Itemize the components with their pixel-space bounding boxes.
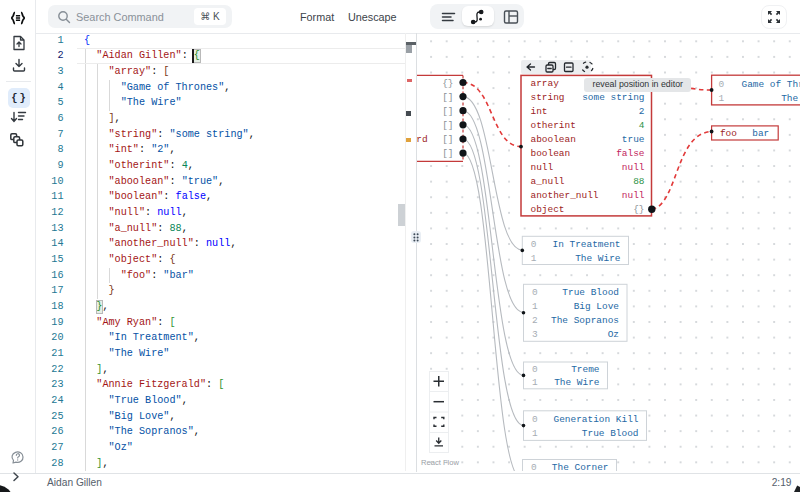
svg-text:Generation Kill: Generation Kill xyxy=(553,414,638,425)
svg-text:[]: [] xyxy=(442,106,453,117)
svg-text:string: string xyxy=(530,92,564,103)
svg-text:some string: some string xyxy=(582,92,644,103)
svg-text:[]: [] xyxy=(442,120,453,131)
svg-text:array: array xyxy=(530,78,559,89)
svg-text:The Wire: The Wire xyxy=(554,377,600,388)
svg-text:true: true xyxy=(621,134,644,145)
svg-text:bar: bar xyxy=(752,128,769,139)
svg-text:Oz: Oz xyxy=(607,329,618,340)
svg-text:Big Love: Big Love xyxy=(573,301,619,312)
svg-text:1: 1 xyxy=(532,428,538,439)
svg-text:2: 2 xyxy=(532,315,538,326)
svg-text:Alexander Skarsgård: Alexander Skarsgård xyxy=(417,134,428,145)
svg-text:0: 0 xyxy=(531,462,537,471)
svg-text:The Wire: The Wire xyxy=(575,253,621,264)
svg-text:otherint: otherint xyxy=(530,120,575,131)
svg-text:The Sopranos: The Sopranos xyxy=(551,315,619,326)
svg-text:88: 88 xyxy=(633,176,645,187)
svg-text:false: false xyxy=(616,148,645,159)
svg-text:foo: foo xyxy=(719,128,736,139)
svg-text:[]: [] xyxy=(442,134,453,145)
svg-text:0: 0 xyxy=(532,364,538,375)
svg-text:3: 3 xyxy=(532,329,538,340)
svg-text:0: 0 xyxy=(532,287,538,298)
svg-text:The Wire: The Wire xyxy=(781,93,800,104)
svg-text:1: 1 xyxy=(530,253,536,264)
svg-text:The Corner: The Corner xyxy=(551,462,608,471)
svg-text:True Blood: True Blood xyxy=(562,287,619,298)
svg-text:Game of Thrones: Game of Thrones xyxy=(741,79,800,90)
svg-text:another_null: another_null xyxy=(530,190,598,201)
svg-text:a_null: a_null xyxy=(530,176,564,187)
svg-text:{}: {} xyxy=(633,204,644,215)
svg-text:int: int xyxy=(530,106,547,117)
svg-text:{}: {} xyxy=(442,78,453,89)
svg-text:4: 4 xyxy=(638,120,644,131)
svg-text:object: object xyxy=(530,204,564,215)
svg-text:aboolean: aboolean xyxy=(530,134,575,145)
svg-text:0: 0 xyxy=(530,239,536,250)
svg-text:boolean: boolean xyxy=(530,148,570,159)
svg-text:[]: [] xyxy=(442,148,453,159)
svg-text:1: 1 xyxy=(718,93,724,104)
svg-text:Treme: Treme xyxy=(571,364,600,375)
svg-text:In Treatment: In Treatment xyxy=(552,239,620,250)
svg-text:1: 1 xyxy=(532,301,538,312)
svg-text:null: null xyxy=(530,162,553,173)
svg-text:[]: [] xyxy=(442,92,453,103)
svg-text:True Blood: True Blood xyxy=(581,428,638,439)
svg-text:null: null xyxy=(621,190,644,201)
svg-text:null: null xyxy=(621,162,644,173)
svg-text:0: 0 xyxy=(532,414,538,425)
svg-text:2: 2 xyxy=(638,106,644,117)
svg-text:0: 0 xyxy=(718,79,724,90)
svg-text:1: 1 xyxy=(532,377,538,388)
